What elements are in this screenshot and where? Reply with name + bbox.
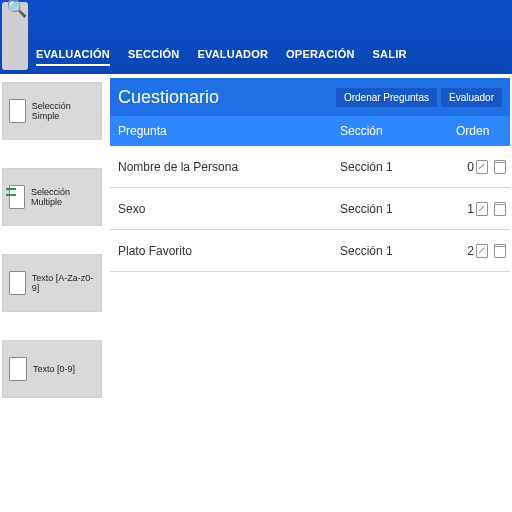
sidebar-item-texto-alfa[interactable]: Texto [A-Za-z0-9]: [2, 254, 102, 312]
menu-seccion[interactable]: SECCIÓN: [128, 48, 180, 66]
sidebar-item-label: Selección Multiple: [31, 187, 95, 207]
sidebar-item-seleccion-multiple[interactable]: Selección Multiple: [2, 168, 102, 226]
question-type-sidebar: Selección Simple Selección Multiple Text…: [0, 74, 104, 512]
cell-pregunta: Nombre de la Persona: [110, 160, 340, 174]
cell-seccion: Sección 1: [340, 244, 450, 258]
doc-icon: [9, 99, 26, 123]
panel-title-row: Cuestionario Ordenar Preguntas Evaluador: [110, 78, 510, 116]
table-body: Nombre de la Persona Sección 1 0 Sexo Se…: [110, 146, 510, 272]
evaluador-button[interactable]: Evaluador: [441, 88, 502, 107]
edit-icon[interactable]: [476, 160, 488, 174]
cell-orden: 0: [450, 160, 476, 174]
search-icon[interactable]: 🔍: [6, 0, 24, 18]
menu-operacion[interactable]: OPERACIÓN: [286, 48, 354, 66]
table-row: Plato Favorito Sección 1 2: [110, 230, 510, 272]
doc-icon: [9, 357, 27, 381]
col-orden: Orden: [450, 124, 510, 138]
table-row: Nombre de la Persona Sección 1 0: [110, 146, 510, 188]
menu-evaluacion[interactable]: EVALUACIÓN: [36, 48, 110, 66]
cell-seccion: Sección 1: [340, 160, 450, 174]
cell-pregunta: Sexo: [110, 202, 340, 216]
cell-pregunta: Plato Favorito: [110, 244, 340, 258]
cell-orden: 1: [450, 202, 476, 216]
menu-salir[interactable]: SALIR: [373, 48, 407, 66]
main-panel: Cuestionario Ordenar Preguntas Evaluador…: [104, 74, 512, 512]
col-seccion: Sección: [340, 124, 450, 138]
sidebar-item-label: Selección Simple: [32, 101, 95, 121]
sidebar-item-texto-num[interactable]: Texto [0-9]: [2, 340, 102, 398]
table-row: Sexo Sección 1 1: [110, 188, 510, 230]
cell-orden: 2: [450, 244, 476, 258]
sidebar-item-label: Texto [A-Za-z0-9]: [32, 273, 95, 293]
sidebar-item-label: Texto [0-9]: [33, 364, 75, 374]
menu-evaluador[interactable]: EVALUADOR: [197, 48, 268, 66]
panel-title: Cuestionario: [118, 87, 219, 108]
ordenar-preguntas-button[interactable]: Ordenar Preguntas: [336, 88, 437, 107]
edit-icon[interactable]: [476, 202, 488, 216]
doc-icon: [9, 271, 26, 295]
delete-icon[interactable]: [494, 160, 506, 174]
cell-seccion: Sección 1: [340, 202, 450, 216]
main-menu: EVALUACIÓN SECCIÓN EVALUADOR OPERACIÓN S…: [36, 48, 407, 66]
checklist-icon: [9, 185, 25, 209]
col-pregunta: Pregunta: [110, 124, 340, 138]
edit-icon[interactable]: [476, 244, 488, 258]
table-header: Pregunta Sección Orden: [110, 116, 510, 146]
delete-icon[interactable]: [494, 244, 506, 258]
sidebar-item-seleccion-simple[interactable]: Selección Simple: [2, 82, 102, 140]
delete-icon[interactable]: [494, 202, 506, 216]
top-menu-bar: 🔍 EVALUACIÓN SECCIÓN EVALUADOR OPERACIÓN…: [0, 0, 512, 74]
